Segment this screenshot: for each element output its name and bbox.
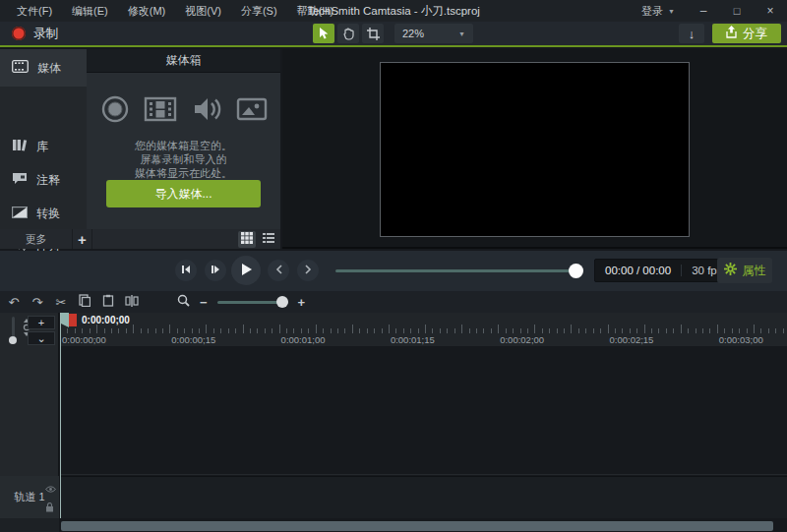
timeline-zoom-in-button[interactable]: + [298,295,306,310]
undo-icon: ↶ [9,295,20,310]
menu-modify[interactable]: 修改(M) [119,1,175,22]
canvas-area [282,49,787,249]
copy-icon [79,294,91,310]
playhead-out-marker[interactable] [69,314,77,326]
record-icon [12,27,26,40]
main-toolbar: 录制 22% ▼ [0,22,787,47]
timeline-zoom-thumb[interactable] [276,296,288,308]
title-bar: 文件(F) 编辑(E) 修改(M) 视图(V) 分享(S) 帮助(H) Tech… [0,0,787,22]
paste-button[interactable] [96,293,120,311]
track-height-slider[interactable] [12,317,15,338]
step-forward-button[interactable] [205,260,226,281]
playhead-time: 0:00:00;00 [82,315,130,325]
magnifier-icon[interactable] [177,294,190,310]
timeline: + ⌄ 0:00:00;000:00:00;150:00:01;000:00:0… [0,313,787,532]
canvas-zoom-dropdown[interactable]: 22% ▼ [394,24,473,43]
copy-button[interactable] [73,293,96,311]
timeline-gutter: + ⌄ [0,313,59,476]
media-bin-empty-icons [87,94,280,127]
sidebar-more-button[interactable]: 更多 [0,229,73,249]
maximize-button[interactable]: □ [720,0,754,22]
next-frame-button[interactable] [297,260,319,281]
video-preview[interactable] [380,62,690,237]
grid-view-icon [241,232,253,247]
properties-button[interactable]: 属性 [717,258,772,283]
cursor-tool-button[interactable] [313,24,334,43]
timeline-zoom-slider[interactable] [217,301,288,304]
sidebar-item-label: 注释 [36,172,60,189]
jump-start-button[interactable] [175,260,197,281]
list-view-button[interactable] [260,231,277,248]
canvas-zoom-value: 22% [402,28,424,39]
record-label: 录制 [33,26,58,42]
previous-frame-button[interactable] [268,260,289,281]
seek-slider[interactable] [335,269,577,272]
track1-label: 轨道 1 [14,490,44,504]
bottom-left-corner [0,518,59,532]
paste-icon [102,294,114,310]
sidebar-add-button[interactable]: + [73,229,92,249]
horizontal-scrollbar-thumb[interactable] [61,521,773,531]
chevron-down-icon: ▼ [458,30,465,37]
redo-icon: ↷ [32,295,43,310]
list-view-icon [263,232,274,247]
menu-file[interactable]: 文件(F) [8,1,61,22]
record-button[interactable]: 录制 [0,22,70,45]
cut-button[interactable]: ✂ [49,293,73,311]
track-options-button[interactable]: ⌄ [28,331,55,345]
menu-bar: 文件(F) 编辑(E) 修改(M) 视图(V) 分享(S) 帮助(H) [0,1,342,22]
speech-bubble-icon [12,172,28,188]
sidebar-item-label: 媒体 [37,60,61,77]
crop-tool-button[interactable] [362,24,384,43]
download-icon: ↓ [689,27,696,41]
eye-icon[interactable] [45,482,56,496]
menu-edit[interactable]: 编辑(E) [63,1,117,22]
cursor-arrow-icon [318,27,330,40]
ruler-time-label: 0:00:02;15 [610,334,654,345]
share-button[interactable]: 分享 [712,24,781,43]
camtasia-window: 文件(F) 编辑(E) 修改(M) 视图(V) 分享(S) 帮助(H) Tech… [0,0,787,532]
split-button[interactable] [120,293,144,311]
play-button[interactable] [231,256,261,285]
menu-share[interactable]: 分享(S) [232,1,286,22]
minimize-button[interactable]: – [687,0,720,22]
track-height-thumb[interactable] [9,336,17,344]
ruler-time-label: 0:00:01;15 [391,334,435,345]
horizontal-scrollbar[interactable] [60,520,787,532]
playhead-line[interactable] [60,313,61,518]
sidebar-item-media[interactable]: 媒体 [0,49,87,87]
import-media-button[interactable]: 导入媒体... [106,180,261,207]
playhead-marker[interactable] [60,313,69,327]
seek-slider-thumb[interactable] [569,264,583,278]
login-menu[interactable]: 登录 ▼ [630,4,687,19]
undo-button[interactable]: ↶ [2,293,26,311]
sidebar-item-library[interactable]: 库 [0,130,87,163]
gear-icon [724,263,737,278]
ruler-time-label: 0:00:00;15 [171,334,215,345]
pan-tool-button[interactable] [337,24,359,43]
menu-view[interactable]: 视图(V) [176,1,230,22]
close-button[interactable]: × [754,0,787,22]
library-icon [12,139,28,154]
timeline-zoom-out-button[interactable]: − [200,295,208,310]
sidebar-item-annotations[interactable]: 注释 [0,163,87,197]
timeline-empty-area[interactable] [60,346,787,475]
add-track-button[interactable]: + [28,316,55,329]
chevron-left-icon [275,264,282,277]
crop-icon [367,28,380,40]
media-bin-empty-text: 您的媒体箱是空的。 屏幕录制和导入的 媒体将显示在此处。 [87,139,280,180]
ruler-time-label: 0:00:01;00 [281,334,326,345]
timeline-ruler[interactable]: 0:00:00;000:00:00;150:00:01;000:00:01;15… [60,313,787,346]
media-icon [12,60,29,76]
media-bin-title: 媒体箱 [87,49,280,73]
track1-lane[interactable] [60,476,787,518]
export-local-button[interactable]: ↓ [679,24,704,43]
sidebar-item-transitions[interactable]: 转换 [0,197,87,230]
lock-icon[interactable] [45,502,56,515]
properties-label: 属性 [743,263,766,279]
grid-view-button[interactable] [238,231,256,248]
window-title: TechSmith Camtasia - 小刀.tscproj [307,4,480,19]
image-icon [236,94,268,127]
redo-button[interactable]: ↷ [26,293,49,311]
track1-controls [45,482,56,515]
